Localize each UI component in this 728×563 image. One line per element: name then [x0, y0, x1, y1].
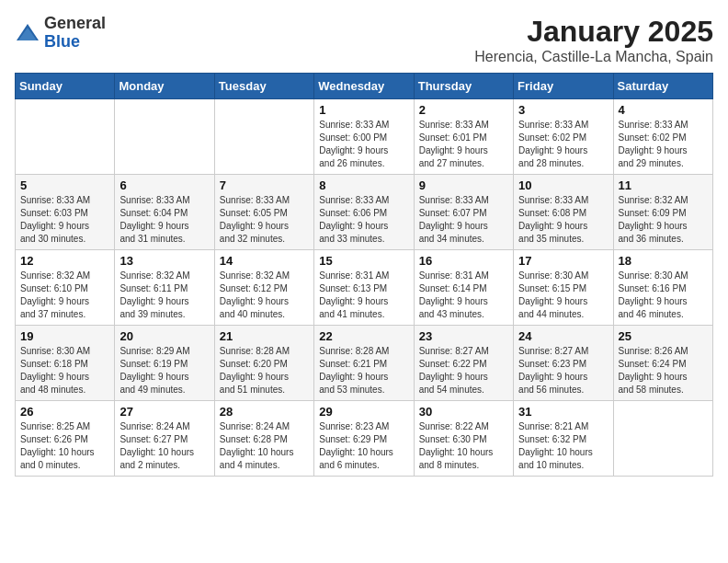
calendar-cell: 11Sunrise: 8:32 AM Sunset: 6:09 PM Dayli…	[613, 175, 712, 250]
calendar-cell: 21Sunrise: 8:28 AM Sunset: 6:20 PM Dayli…	[214, 326, 313, 401]
calendar-cell: 19Sunrise: 8:30 AM Sunset: 6:18 PM Dayli…	[16, 326, 115, 401]
day-info: Sunrise: 8:30 AM Sunset: 6:15 PM Dayligh…	[518, 270, 608, 321]
calendar-subtitle: Herencia, Castille-La Mancha, Spain	[474, 49, 713, 65]
day-number: 2	[419, 103, 508, 117]
col-saturday: Saturday	[613, 74, 712, 99]
day-number: 28	[220, 405, 309, 419]
calendar-cell: 28Sunrise: 8:24 AM Sunset: 6:28 PM Dayli…	[214, 401, 313, 477]
calendar-cell: 26Sunrise: 8:25 AM Sunset: 6:26 PM Dayli…	[16, 401, 115, 477]
page-container: General Blue January 2025 Herencia, Cast…	[15, 15, 713, 477]
day-info: Sunrise: 8:33 AM Sunset: 6:08 PM Dayligh…	[518, 194, 608, 246]
day-number: 30	[419, 405, 508, 419]
calendar-cell: 15Sunrise: 8:31 AM Sunset: 6:13 PM Dayli…	[314, 250, 414, 326]
day-number: 5	[20, 178, 109, 192]
calendar-cell: 8Sunrise: 8:33 AM Sunset: 6:06 PM Daylig…	[314, 175, 414, 250]
calendar-cell	[214, 99, 313, 175]
calendar-week-row: 5Sunrise: 8:33 AM Sunset: 6:03 PM Daylig…	[16, 175, 713, 250]
day-info: Sunrise: 8:32 AM Sunset: 6:09 PM Dayligh…	[619, 194, 708, 246]
day-number: 9	[419, 178, 508, 192]
day-info: Sunrise: 8:33 AM Sunset: 6:04 PM Dayligh…	[119, 194, 209, 246]
day-number: 6	[119, 178, 209, 192]
day-number: 4	[619, 103, 708, 117]
day-number: 27	[119, 405, 209, 419]
day-info: Sunrise: 8:33 AM Sunset: 6:05 PM Dayligh…	[220, 194, 309, 246]
calendar-cell	[613, 401, 712, 477]
calendar-cell: 16Sunrise: 8:31 AM Sunset: 6:14 PM Dayli…	[414, 250, 513, 326]
day-number: 31	[518, 405, 608, 419]
day-info: Sunrise: 8:33 AM Sunset: 6:06 PM Dayligh…	[319, 194, 408, 246]
calendar-week-row: 1Sunrise: 8:33 AM Sunset: 6:00 PM Daylig…	[16, 99, 713, 175]
calendar-cell: 17Sunrise: 8:30 AM Sunset: 6:15 PM Dayli…	[514, 250, 613, 326]
calendar-cell: 20Sunrise: 8:29 AM Sunset: 6:19 PM Dayli…	[115, 326, 214, 401]
day-info: Sunrise: 8:29 AM Sunset: 6:19 PM Dayligh…	[119, 345, 209, 396]
day-info: Sunrise: 8:27 AM Sunset: 6:22 PM Dayligh…	[419, 345, 508, 396]
calendar-cell: 27Sunrise: 8:24 AM Sunset: 6:27 PM Dayli…	[115, 401, 214, 477]
day-number: 11	[619, 178, 708, 192]
day-info: Sunrise: 8:30 AM Sunset: 6:16 PM Dayligh…	[619, 270, 708, 321]
day-number: 16	[419, 254, 508, 268]
calendar-cell: 1Sunrise: 8:33 AM Sunset: 6:00 PM Daylig…	[314, 99, 414, 175]
day-number: 10	[518, 178, 608, 192]
calendar-cell: 12Sunrise: 8:32 AM Sunset: 6:10 PM Dayli…	[16, 250, 115, 326]
day-info: Sunrise: 8:32 AM Sunset: 6:11 PM Dayligh…	[119, 270, 209, 321]
day-number: 24	[518, 329, 608, 343]
logo-icon	[15, 20, 40, 46]
day-info: Sunrise: 8:24 AM Sunset: 6:28 PM Dayligh…	[220, 420, 309, 472]
day-info: Sunrise: 8:33 AM Sunset: 6:07 PM Dayligh…	[419, 194, 508, 246]
day-info: Sunrise: 8:30 AM Sunset: 6:18 PM Dayligh…	[20, 345, 109, 396]
logo-general: General	[44, 14, 106, 32]
day-info: Sunrise: 8:33 AM Sunset: 6:01 PM Dayligh…	[419, 119, 508, 170]
day-number: 23	[419, 329, 508, 343]
calendar-table: Sunday Monday Tuesday Wednesday Thursday…	[15, 73, 713, 477]
col-sunday: Sunday	[16, 74, 115, 99]
calendar-cell: 2Sunrise: 8:33 AM Sunset: 6:01 PM Daylig…	[414, 99, 513, 175]
col-thursday: Thursday	[414, 74, 513, 99]
calendar-cell: 3Sunrise: 8:33 AM Sunset: 6:02 PM Daylig…	[514, 99, 613, 175]
calendar-cell: 24Sunrise: 8:27 AM Sunset: 6:23 PM Dayli…	[514, 326, 613, 401]
calendar-cell	[16, 99, 115, 175]
day-number: 21	[220, 329, 309, 343]
calendar-cell: 13Sunrise: 8:32 AM Sunset: 6:11 PM Dayli…	[115, 250, 214, 326]
day-info: Sunrise: 8:26 AM Sunset: 6:24 PM Dayligh…	[619, 345, 708, 396]
day-number: 17	[518, 254, 608, 268]
day-info: Sunrise: 8:32 AM Sunset: 6:10 PM Dayligh…	[20, 270, 109, 321]
logo: General Blue	[15, 15, 106, 52]
calendar-cell: 18Sunrise: 8:30 AM Sunset: 6:16 PM Dayli…	[613, 250, 712, 326]
calendar-cell: 6Sunrise: 8:33 AM Sunset: 6:04 PM Daylig…	[115, 175, 214, 250]
calendar-week-row: 19Sunrise: 8:30 AM Sunset: 6:18 PM Dayli…	[16, 326, 713, 401]
calendar-title: January 2025	[474, 15, 713, 49]
col-monday: Monday	[115, 74, 214, 99]
calendar-cell: 23Sunrise: 8:27 AM Sunset: 6:22 PM Dayli…	[414, 326, 513, 401]
header: General Blue January 2025 Herencia, Cast…	[15, 15, 713, 65]
day-info: Sunrise: 8:27 AM Sunset: 6:23 PM Dayligh…	[518, 345, 608, 396]
day-info: Sunrise: 8:22 AM Sunset: 6:30 PM Dayligh…	[419, 420, 508, 472]
day-number: 15	[319, 254, 408, 268]
day-number: 18	[619, 254, 708, 268]
day-number: 22	[319, 329, 408, 343]
day-number: 7	[220, 178, 309, 192]
day-number: 12	[20, 254, 109, 268]
day-number: 25	[619, 329, 708, 343]
day-number: 29	[319, 405, 408, 419]
day-info: Sunrise: 8:33 AM Sunset: 6:02 PM Dayligh…	[619, 119, 708, 170]
calendar-cell: 22Sunrise: 8:28 AM Sunset: 6:21 PM Dayli…	[314, 326, 414, 401]
calendar-cell	[115, 99, 214, 175]
calendar-cell: 31Sunrise: 8:21 AM Sunset: 6:32 PM Dayli…	[514, 401, 613, 477]
day-number: 13	[119, 254, 209, 268]
day-info: Sunrise: 8:31 AM Sunset: 6:14 PM Dayligh…	[419, 270, 508, 321]
calendar-week-row: 26Sunrise: 8:25 AM Sunset: 6:26 PM Dayli…	[16, 401, 713, 477]
calendar-cell: 7Sunrise: 8:33 AM Sunset: 6:05 PM Daylig…	[214, 175, 313, 250]
calendar-cell: 30Sunrise: 8:22 AM Sunset: 6:30 PM Dayli…	[414, 401, 513, 477]
day-info: Sunrise: 8:28 AM Sunset: 6:21 PM Dayligh…	[319, 345, 408, 396]
day-info: Sunrise: 8:33 AM Sunset: 6:00 PM Dayligh…	[319, 119, 408, 170]
day-info: Sunrise: 8:24 AM Sunset: 6:27 PM Dayligh…	[119, 420, 209, 472]
day-number: 8	[319, 178, 408, 192]
calendar-cell: 4Sunrise: 8:33 AM Sunset: 6:02 PM Daylig…	[613, 99, 712, 175]
calendar-header-row: Sunday Monday Tuesday Wednesday Thursday…	[16, 74, 713, 99]
col-friday: Friday	[514, 74, 613, 99]
logo-blue: Blue	[44, 32, 80, 51]
calendar-cell: 5Sunrise: 8:33 AM Sunset: 6:03 PM Daylig…	[16, 175, 115, 250]
calendar-cell: 10Sunrise: 8:33 AM Sunset: 6:08 PM Dayli…	[514, 175, 613, 250]
day-info: Sunrise: 8:32 AM Sunset: 6:12 PM Dayligh…	[220, 270, 309, 321]
day-number: 26	[20, 405, 109, 419]
